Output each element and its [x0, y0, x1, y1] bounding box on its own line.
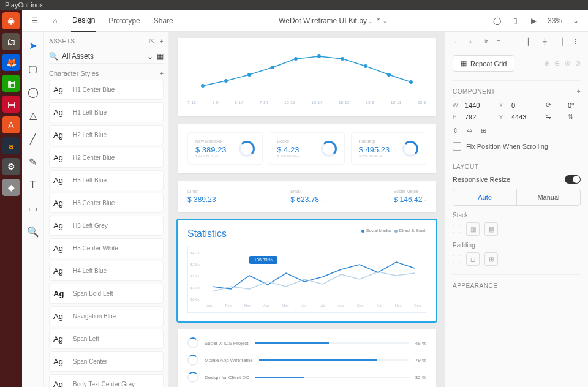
scroll-h-icon[interactable]: ⇔: [467, 127, 472, 135]
character-style-item[interactable]: AgSpan Center: [49, 351, 164, 372]
padding-checkbox[interactable]: [453, 255, 461, 263]
rectangle-tool[interactable]: ▢: [27, 62, 39, 75]
character-style-item[interactable]: AgH1 Left Blue: [49, 102, 164, 122]
add-asset-icon[interactable]: +: [160, 38, 164, 45]
amazon-icon[interactable]: a: [2, 137, 20, 154]
align-right-icon[interactable]: ▕: [557, 38, 566, 47]
tab-share[interactable]: Share: [153, 10, 175, 31]
project-row[interactable]: Super X iOS Project48 %: [187, 337, 426, 348]
artboard-curve-chart[interactable]: 7-138-98-147-1415-1115-1410-1515-810-111…: [178, 38, 436, 116]
artboard-projects[interactable]: Super X iOS Project48 %Mobile App Wirefr…: [178, 329, 436, 387]
tab-design[interactable]: Design: [71, 10, 96, 32]
scroll-both-icon[interactable]: ⊞: [481, 127, 486, 135]
artboard-kpis[interactable]: New Macbook$ 389.23$ 445.77 GoalBooks$ 4…: [178, 124, 436, 173]
style-preview: Ag: [53, 221, 67, 230]
y-input[interactable]: 4443: [511, 113, 541, 121]
app-icon[interactable]: ◆: [2, 179, 20, 196]
character-style-item[interactable]: AgBody Text Center Grey: [49, 374, 164, 387]
exclude-icon[interactable]: ⊘: [575, 59, 581, 67]
character-style-item[interactable]: AgH3 Center Blue: [49, 193, 164, 213]
project-row[interactable]: Design for Client DC32 %: [187, 372, 426, 383]
kpi-card[interactable]: Roadtrip$ 495.23$ 700.00 Goal: [351, 132, 426, 165]
scroll-v-icon[interactable]: ⇕: [453, 127, 458, 135]
rotate-icon[interactable]: ⟳: [546, 101, 563, 109]
progress-donut-icon: [187, 372, 198, 383]
files-icon[interactable]: 🗂: [2, 33, 20, 50]
responsive-toggle[interactable]: [565, 175, 581, 184]
menu-icon[interactable]: ☰: [29, 16, 39, 26]
flip-h-icon[interactable]: ⇋: [546, 113, 563, 121]
x-input[interactable]: 0: [511, 102, 541, 109]
firefox-icon[interactable]: 🦊: [2, 54, 20, 71]
fix-position-checkbox[interactable]: [453, 142, 461, 151]
impress-icon[interactable]: ▤: [2, 96, 20, 113]
character-style-item[interactable]: AgSpan Bold Left: [49, 284, 164, 304]
character-style-item[interactable]: AgH3 Left Grey: [49, 216, 164, 236]
stack-h-icon[interactable]: ▤: [484, 222, 498, 236]
intersect-icon[interactable]: ⊗: [565, 59, 570, 67]
pen-tool[interactable]: ✎: [27, 156, 39, 168]
text-tool[interactable]: T: [27, 179, 39, 191]
add-icon[interactable]: ⊕: [544, 59, 549, 67]
height-input[interactable]: 792: [465, 113, 494, 121]
user-icon[interactable]: ◯: [492, 16, 502, 26]
publish-icon[interactable]: ⇱: [149, 38, 155, 45]
software-icon[interactable]: A: [2, 116, 20, 133]
artboard-statistics[interactable]: Social Media Direct & Email Statistics $…: [178, 220, 436, 321]
toolbar: ➤ ▢ ◯ △ ╱ ✎ T ▭ 🔍 ▣ ◈: [22, 32, 44, 387]
device-preview-icon[interactable]: ▯: [511, 16, 521, 26]
character-style-item[interactable]: AgNavigation Blue: [49, 306, 164, 326]
kpi-card[interactable]: New Macbook$ 389.23$ 445.77 Goal: [187, 132, 263, 165]
subtract-icon[interactable]: ⊖: [554, 59, 560, 67]
align-hcenter-icon[interactable]: ┿: [543, 38, 551, 47]
padding-separate-icon[interactable]: ⊞: [484, 252, 498, 266]
kpi-card[interactable]: Books$ 4.23$ 100.00 Goal: [269, 132, 344, 165]
align-bottom-icon[interactable]: ⫡: [482, 38, 491, 47]
zoom-tool[interactable]: 🔍: [27, 225, 39, 238]
width-input[interactable]: 1440: [465, 102, 494, 109]
repeat-grid-button[interactable]: ▦Repeat Grid: [453, 55, 514, 72]
distribute-h-icon[interactable]: ⋮: [572, 38, 581, 47]
align-vcenter-icon[interactable]: ⫨: [467, 38, 476, 47]
artboard-tool[interactable]: ▭: [27, 202, 39, 214]
project-row[interactable]: Mobile App Wireframe79 %: [187, 355, 426, 366]
style-preview: Ag: [53, 266, 67, 276]
zoom-level[interactable]: 33%: [548, 17, 562, 25]
padding-same-icon[interactable]: ◻: [466, 252, 480, 266]
character-style-item[interactable]: AgH2 Left Blue: [49, 125, 164, 145]
canvas[interactable]: 7-138-98-147-1415-1115-1410-1515-810-111…: [169, 32, 445, 387]
add-component-icon[interactable]: +: [577, 88, 581, 95]
home-icon[interactable]: ⌂: [50, 16, 60, 26]
rotation-input[interactable]: 0°: [568, 102, 585, 109]
ubuntu-dash-icon[interactable]: ◉: [2, 12, 20, 29]
assets-filter[interactable]: 🔍 All Assets ⌄ ▦: [49, 50, 164, 64]
add-style-icon[interactable]: +: [160, 70, 164, 77]
document-title[interactable]: WeDot Wireframe UI Kit by ... * ⌄: [186, 17, 481, 25]
grid-view-icon[interactable]: ▦: [157, 52, 164, 61]
character-style-item[interactable]: AgSpan Left: [49, 329, 164, 349]
stack-checkbox[interactable]: [453, 225, 461, 233]
distribute-v-icon[interactable]: ≡: [497, 38, 505, 47]
character-style-item[interactable]: AgH2 Center Blue: [49, 148, 164, 168]
character-style-item[interactable]: AgH4 Left Blue: [49, 261, 164, 281]
resize-mode-segment[interactable]: AutoManual: [453, 189, 581, 206]
character-style-item[interactable]: AgH3 Left Blue: [49, 170, 164, 190]
character-style-item[interactable]: AgH1 Center Blue: [49, 80, 164, 100]
artboard-stats-small[interactable]: Direct$ 389.23 ·Email$ 623.78 ·Social Me…: [178, 181, 436, 212]
select-tool[interactable]: ➤: [27, 39, 39, 51]
ellipse-tool[interactable]: ◯: [27, 86, 39, 98]
stack-v-icon[interactable]: ▥: [466, 222, 480, 236]
polygon-tool[interactable]: △: [27, 109, 39, 121]
line-tool[interactable]: ╱: [27, 132, 39, 145]
align-left-icon[interactable]: ▏: [528, 38, 537, 47]
flip-v-icon[interactable]: ⇅: [568, 113, 585, 121]
settings-icon[interactable]: ⚙: [2, 158, 20, 175]
chart-tooltip: +35.33 %: [249, 256, 277, 264]
calc-icon[interactable]: ▦: [2, 75, 20, 92]
play-icon[interactable]: ▶: [529, 16, 539, 26]
align-top-icon[interactable]: ⫠: [453, 38, 461, 47]
tab-prototype[interactable]: Prototype: [107, 10, 141, 31]
chevron-down-icon[interactable]: ⌄: [571, 16, 581, 26]
character-style-item[interactable]: AgH3 Center White: [49, 238, 164, 258]
grid-icon: ▦: [461, 59, 467, 67]
